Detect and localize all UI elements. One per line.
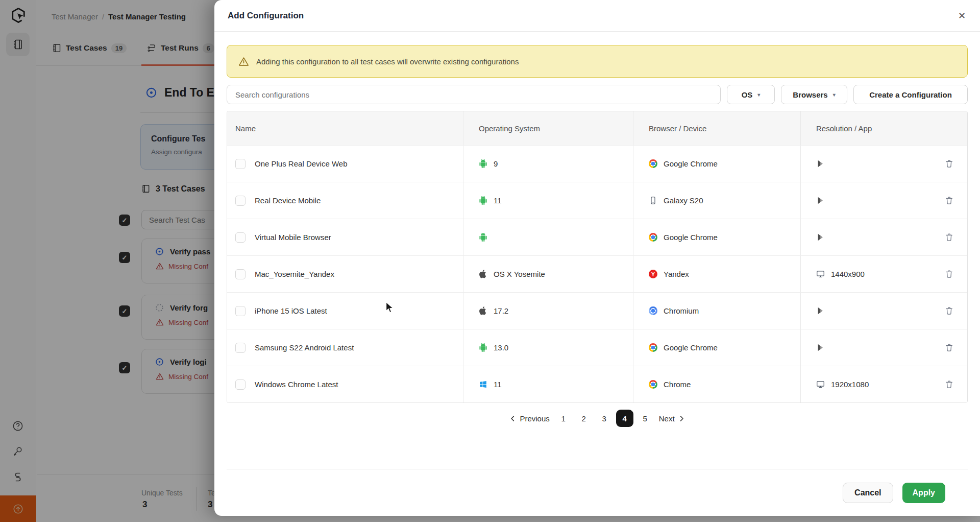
row-checkbox[interactable] bbox=[235, 379, 246, 390]
resolution-value: 1920x1080 bbox=[831, 380, 869, 389]
os-version: 11 bbox=[494, 380, 502, 389]
table-row: iPhone 15 iOS Latest 17.2 Chromium bbox=[227, 292, 967, 329]
chevron-down-icon: ▾ bbox=[757, 92, 760, 98]
column-resolution-app: Resolution / App bbox=[800, 111, 967, 145]
android-icon bbox=[479, 343, 487, 352]
browser-name: Google Chrome bbox=[664, 159, 718, 168]
modal-header: Add Configuration ✕ bbox=[214, 0, 980, 32]
delete-icon[interactable] bbox=[944, 269, 954, 279]
browser-name: Chrome bbox=[664, 380, 691, 389]
config-name: Windows Chrome Latest bbox=[255, 380, 338, 389]
browser-name: Yandex bbox=[664, 270, 689, 278]
close-icon[interactable]: ✕ bbox=[958, 11, 966, 20]
toolbar: OS ▾ Browsers ▾ Create a Configuration bbox=[227, 85, 968, 104]
apply-button[interactable]: Apply bbox=[902, 483, 945, 503]
apple-icon bbox=[479, 270, 487, 278]
delete-icon[interactable] bbox=[944, 379, 954, 389]
config-name: Mac_Yosemite_Yandex bbox=[255, 270, 334, 278]
next-page-button[interactable]: Next bbox=[659, 414, 685, 423]
column-operating-system: Operating System bbox=[463, 111, 633, 145]
configurations-table: Name Operating System Browser / Device R… bbox=[227, 111, 968, 403]
chrome-icon bbox=[649, 233, 657, 242]
chromium-icon bbox=[649, 306, 657, 315]
google-play-icon bbox=[816, 233, 825, 242]
chrome-icon bbox=[649, 380, 657, 389]
modal-body: Adding this configuration to all test ca… bbox=[214, 32, 980, 516]
monitor-icon bbox=[816, 380, 825, 389]
delete-icon[interactable] bbox=[944, 343, 954, 352]
delete-icon[interactable] bbox=[944, 159, 954, 169]
os-version: OS X Yosemite bbox=[494, 270, 545, 278]
page-button-4[interactable]: 4 bbox=[616, 410, 633, 427]
warning-icon bbox=[238, 56, 249, 67]
row-checkbox[interactable] bbox=[235, 232, 246, 243]
chevron-left-icon bbox=[509, 415, 517, 422]
add-configuration-modal: Add Configuration ✕ Adding this configur… bbox=[214, 0, 980, 516]
android-icon bbox=[479, 233, 487, 242]
browsers-filter-label: Browsers bbox=[793, 90, 827, 99]
table-row: Real Device Mobile 11 Galaxy S20 bbox=[227, 182, 967, 219]
previous-page-button[interactable]: Previous bbox=[509, 414, 549, 423]
previous-label: Previous bbox=[520, 414, 549, 423]
row-checkbox[interactable] bbox=[235, 269, 246, 279]
browsers-filter-dropdown[interactable]: Browsers ▾ bbox=[781, 85, 847, 104]
row-checkbox[interactable] bbox=[235, 159, 246, 169]
windows-icon bbox=[479, 380, 487, 389]
table-row: Windows Chrome Latest 11 Chrome 1920x108… bbox=[227, 366, 967, 402]
create-configuration-button[interactable]: Create a Configuration bbox=[853, 85, 968, 104]
column-browser-device: Browser / Device bbox=[633, 111, 800, 145]
config-name: Virtual Mobile Browser bbox=[255, 233, 331, 242]
pagination: Previous 12345 Next bbox=[227, 410, 968, 427]
mobile-phone-icon bbox=[649, 196, 657, 205]
browser-name: Galaxy S20 bbox=[664, 196, 703, 205]
google-play-icon bbox=[816, 306, 825, 315]
google-play-icon bbox=[816, 159, 825, 168]
os-version: 17.2 bbox=[494, 306, 508, 315]
browser-name: Chromium bbox=[664, 306, 699, 315]
next-label: Next bbox=[659, 414, 675, 423]
row-checkbox[interactable] bbox=[235, 306, 246, 316]
search-input[interactable] bbox=[227, 85, 721, 104]
table-row: Samsung S22 Android Latest 13.0 Google C… bbox=[227, 329, 967, 366]
delete-icon[interactable] bbox=[944, 232, 954, 242]
chrome-icon bbox=[649, 159, 657, 168]
page-button-1[interactable]: 1 bbox=[555, 410, 572, 427]
screen: Test Manager/Test Manager Testing Test C… bbox=[0, 0, 980, 522]
page-button-5[interactable]: 5 bbox=[636, 410, 654, 427]
yandex-icon: Y bbox=[649, 270, 657, 278]
table-header: Name Operating System Browser / Device R… bbox=[227, 111, 967, 145]
modal-title: Add Configuration bbox=[228, 11, 304, 21]
os-version: 9 bbox=[494, 159, 498, 168]
page-button-2[interactable]: 2 bbox=[575, 410, 593, 427]
modal-footer: Cancel Apply bbox=[227, 469, 968, 516]
row-checkbox[interactable] bbox=[235, 343, 246, 353]
chevron-right-icon bbox=[678, 415, 685, 422]
config-name: One Plus Real Device Web bbox=[255, 159, 347, 168]
delete-icon[interactable] bbox=[944, 196, 954, 205]
delete-icon[interactable] bbox=[944, 306, 954, 316]
column-name: Name bbox=[227, 111, 463, 145]
create-configuration-label: Create a Configuration bbox=[869, 90, 952, 99]
os-filter-dropdown[interactable]: OS ▾ bbox=[727, 85, 775, 104]
page-button-3[interactable]: 3 bbox=[596, 410, 613, 427]
android-icon bbox=[479, 159, 487, 168]
config-name: Real Device Mobile bbox=[255, 196, 321, 205]
google-play-icon bbox=[816, 196, 825, 205]
warning-text: Adding this configuration to all test ca… bbox=[256, 57, 519, 66]
os-version: 11 bbox=[494, 196, 502, 205]
os-version: 13.0 bbox=[494, 343, 508, 352]
browser-name: Google Chrome bbox=[664, 233, 718, 242]
google-play-icon bbox=[816, 343, 825, 352]
config-name: iPhone 15 iOS Latest bbox=[255, 306, 327, 315]
monitor-icon bbox=[816, 270, 825, 278]
row-checkbox[interactable] bbox=[235, 196, 246, 206]
table-row: One Plus Real Device Web 9 Google Chrome bbox=[227, 145, 967, 182]
android-icon bbox=[479, 196, 487, 205]
os-filter-label: OS bbox=[742, 90, 753, 99]
warning-banner: Adding this configuration to all test ca… bbox=[227, 45, 968, 78]
chrome-icon bbox=[649, 343, 657, 352]
resolution-value: 1440x900 bbox=[831, 270, 865, 278]
table-row: Mac_Yosemite_Yandex OS X Yosemite Y Yand… bbox=[227, 255, 967, 292]
browser-name: Google Chrome bbox=[664, 343, 718, 352]
cancel-button[interactable]: Cancel bbox=[843, 483, 893, 503]
